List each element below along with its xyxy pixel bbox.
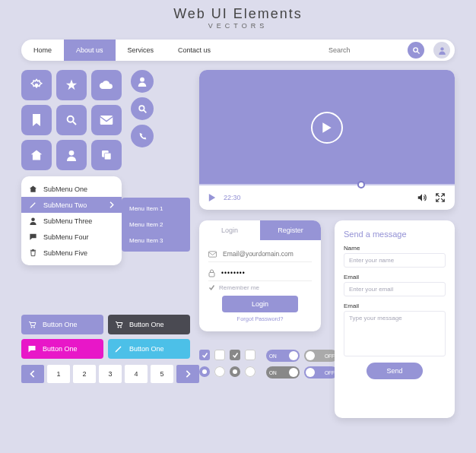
phone-icon bbox=[138, 131, 148, 141]
nav-search bbox=[316, 42, 429, 59]
pagination-page-5[interactable]: 5 bbox=[151, 365, 173, 383]
pagination-page-2[interactable]: 2 bbox=[73, 365, 96, 383]
volume-icon[interactable] bbox=[417, 192, 427, 203]
button-one-magenta[interactable]: Button One bbox=[21, 339, 103, 359]
toggle-off-2[interactable]: OFF bbox=[304, 366, 338, 379]
forgot-password-link[interactable]: Forgot Password? bbox=[208, 315, 312, 322]
email-field[interactable] bbox=[221, 249, 312, 258]
search-input[interactable] bbox=[327, 46, 403, 55]
contact-email-input[interactable]: Enter your email bbox=[344, 282, 446, 296]
radio-lavender-selected[interactable] bbox=[199, 366, 210, 377]
svg-rect-6 bbox=[100, 116, 113, 125]
pagination-next[interactable] bbox=[176, 365, 199, 383]
radio-row bbox=[199, 366, 255, 377]
remember-row[interactable]: Remember me bbox=[208, 284, 312, 291]
submenu-label: SubMenu Five bbox=[43, 249, 87, 257]
login-button[interactable]: Login bbox=[222, 296, 298, 312]
cloud-icon bbox=[99, 80, 114, 90]
gear-icon bbox=[30, 78, 43, 92]
button-one-lavender[interactable]: Button One bbox=[21, 315, 103, 334]
pagination-page-4[interactable]: 4 bbox=[125, 365, 148, 383]
round-phone[interactable] bbox=[131, 125, 154, 147]
lock-icon bbox=[208, 269, 215, 277]
round-person[interactable] bbox=[131, 70, 154, 93]
tile-user[interactable] bbox=[56, 140, 87, 170]
submenu-item-4[interactable]: SubMenu Four bbox=[21, 229, 122, 245]
fullscreen-icon[interactable] bbox=[435, 192, 446, 203]
flyout-item-2[interactable]: Menu Item 2 bbox=[122, 217, 190, 233]
nav-home[interactable]: Home bbox=[21, 40, 64, 61]
submenu-item-2[interactable]: SubMenu Two bbox=[21, 197, 122, 213]
submenu-label: SubMenu Two bbox=[43, 201, 87, 209]
mail-icon bbox=[208, 251, 217, 258]
svg-rect-19 bbox=[209, 272, 214, 277]
svg-point-17 bbox=[120, 327, 122, 328]
contact-email-label: Email bbox=[344, 274, 446, 280]
nav-about[interactable]: About us bbox=[64, 40, 116, 61]
tile-settings[interactable] bbox=[21, 70, 52, 100]
tile-star[interactable] bbox=[56, 70, 87, 100]
checkbox-row bbox=[199, 350, 255, 360]
checkbox-lavender-checked[interactable] bbox=[199, 350, 210, 360]
play-icon bbox=[322, 122, 332, 134]
play-icon[interactable] bbox=[208, 193, 216, 202]
pagination-page-1[interactable]: 1 bbox=[47, 365, 70, 383]
home-icon bbox=[29, 185, 37, 193]
submenu-item-1[interactable]: SubMenu One bbox=[21, 181, 122, 197]
flyout-item-3[interactable]: Menu Item 3 bbox=[122, 233, 190, 249]
tile-home[interactable] bbox=[21, 140, 52, 170]
checkbox-gray-checked[interactable] bbox=[230, 350, 240, 360]
search-button[interactable] bbox=[408, 42, 424, 59]
send-button[interactable]: Send bbox=[367, 363, 423, 379]
contact-message-input[interactable]: Type your message bbox=[344, 311, 446, 356]
tab-login[interactable]: Login bbox=[199, 220, 260, 240]
tile-mail[interactable] bbox=[91, 105, 122, 135]
button-grid: Button One Button One Button One Button … bbox=[21, 315, 190, 359]
svg-rect-9 bbox=[104, 153, 111, 160]
button-one-dark[interactable]: Button One bbox=[108, 315, 190, 334]
radio-unselected-2[interactable] bbox=[245, 366, 255, 377]
nav-services[interactable]: Services bbox=[116, 40, 167, 61]
login-card: Login Register Remember me Login Forgot … bbox=[199, 220, 321, 331]
nav-contact[interactable]: Contact us bbox=[166, 40, 223, 61]
tile-copy[interactable] bbox=[91, 140, 122, 170]
auth-tabs: Login Register bbox=[199, 220, 321, 240]
check-icon bbox=[202, 352, 208, 359]
avatar-button[interactable] bbox=[433, 42, 450, 59]
button-one-cyan[interactable]: Button One bbox=[108, 339, 190, 359]
checkbox-unchecked[interactable] bbox=[214, 350, 225, 360]
video-canvas[interactable] bbox=[199, 70, 455, 185]
button-label: Button One bbox=[129, 345, 164, 353]
tab-register[interactable]: Register bbox=[260, 220, 321, 240]
remember-label: Remember me bbox=[219, 284, 259, 291]
submenu-item-3[interactable]: SubMenu Three bbox=[21, 213, 122, 229]
copy-icon bbox=[100, 149, 113, 161]
password-field[interactable] bbox=[220, 268, 312, 277]
toggle-on-1[interactable]: ON bbox=[266, 350, 300, 362]
contact-name-input[interactable]: Enter your name bbox=[344, 253, 446, 268]
seek-track[interactable] bbox=[199, 184, 455, 185]
tile-search[interactable] bbox=[56, 105, 87, 135]
submenu-item-5[interactable]: SubMenu Five bbox=[21, 245, 122, 261]
chat-icon bbox=[29, 233, 37, 241]
flyout-item-1[interactable]: Menu Item 1 bbox=[122, 201, 190, 217]
toggle-off-1[interactable]: OFF bbox=[304, 350, 338, 362]
video-player: 22:30 bbox=[199, 70, 455, 210]
toggle-label: OFF bbox=[325, 353, 335, 359]
tile-bookmark[interactable] bbox=[21, 105, 52, 135]
search-icon bbox=[65, 114, 78, 126]
radio-gray-selected[interactable] bbox=[230, 366, 240, 377]
pagination-prev[interactable] bbox=[21, 365, 44, 383]
submenu-label: SubMenu One bbox=[43, 185, 87, 193]
radio-unselected[interactable] bbox=[214, 366, 225, 377]
chevron-right-icon bbox=[109, 201, 114, 208]
tile-cloud[interactable] bbox=[91, 70, 122, 100]
checkbox-unchecked-2[interactable] bbox=[245, 350, 255, 360]
svg-point-15 bbox=[33, 327, 35, 328]
svg-point-14 bbox=[31, 327, 33, 328]
toggle-on-2[interactable]: ON bbox=[266, 366, 300, 379]
pagination-page-3[interactable]: 3 bbox=[99, 365, 122, 383]
mail-icon bbox=[100, 115, 113, 125]
round-search[interactable] bbox=[131, 97, 154, 120]
play-overlay-button[interactable] bbox=[311, 112, 343, 144]
